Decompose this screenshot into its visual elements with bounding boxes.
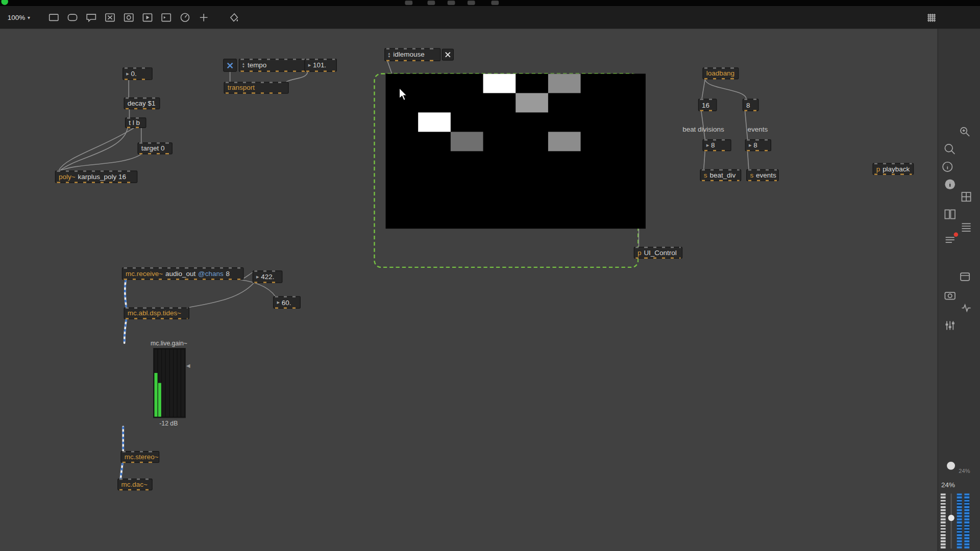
idlemouse-toggle[interactable] <box>442 49 454 61</box>
gain-title: mc.live.gain~ <box>151 340 187 346</box>
gain-meter-channel <box>166 349 169 416</box>
gain-meter-channel <box>158 349 161 416</box>
level-meter-bar <box>964 493 969 548</box>
menubar-icon <box>448 1 455 5</box>
object-box-loadbang[interactable]: loadbang <box>702 67 739 79</box>
matrix-cell <box>548 132 581 151</box>
gain-db-label: -12 dB <box>159 420 178 427</box>
transport-toggle[interactable] <box>223 59 237 72</box>
number-box-422[interactable]: ▸422. <box>253 270 283 283</box>
volume-slider-knob[interactable] <box>948 515 954 521</box>
message-box-16[interactable]: 16 <box>698 98 717 111</box>
console-error-badge <box>954 233 959 237</box>
jit-pwindow[interactable] <box>386 73 646 229</box>
traffic-light-green-icon <box>1 0 8 5</box>
matrix-cell <box>451 132 483 151</box>
number-box-events[interactable]: ▸8 <box>745 139 771 151</box>
number-box-beat-div[interactable]: ▸8 <box>702 139 731 151</box>
volume-slider[interactable] <box>948 493 954 548</box>
toggle-icon[interactable] <box>104 11 116 23</box>
gain-slider-handle-icon[interactable]: ◀ <box>186 363 190 368</box>
object-box-poly[interactable]: poly~karplus_poly 16 <box>55 170 138 183</box>
metro-icon[interactable] <box>179 11 191 23</box>
tempo-attrui[interactable]: ▴▾ tempo <box>239 59 308 72</box>
toggle-x-icon <box>445 51 451 58</box>
screen: 100% ▾ <box>0 0 980 551</box>
number-triangle-icon: ▸ <box>256 274 259 280</box>
snapshot-icon[interactable] <box>943 289 957 303</box>
matrix-cell <box>516 93 548 112</box>
idlemouse-menu[interactable]: ▴▾ idlemouse <box>384 48 440 61</box>
matrix-cell <box>483 73 516 93</box>
inspector-icon[interactable] <box>941 160 954 173</box>
umenu-arrows-icon: ▴▾ <box>388 52 390 58</box>
subpatcher-playback[interactable]: pplayback <box>872 163 914 175</box>
output-volume-dot-icon[interactable] <box>947 462 955 470</box>
gain-meter-channel <box>181 349 184 416</box>
gain-meter-channel <box>174 349 177 416</box>
volume-percent-small: 24% <box>959 468 970 474</box>
max-patcher-window: 100% ▾ <box>0 0 980 551</box>
message-box-target[interactable]: target 0 <box>137 142 173 154</box>
search-icon[interactable] <box>943 142 957 156</box>
playbar-icon[interactable] <box>141 11 154 23</box>
grid-toggle-icon[interactable] <box>925 11 937 23</box>
button-icon[interactable] <box>122 11 135 23</box>
add-object-icon[interactable] <box>198 11 210 23</box>
level-meter-bar <box>941 493 946 548</box>
message-box-decay[interactable]: decay $1 <box>124 97 160 109</box>
number-triangle-icon: ▸ <box>749 142 752 148</box>
number-box-tempo[interactable]: ▸101. <box>304 59 337 72</box>
comment-beat-divisions: beat divisions <box>682 126 724 133</box>
zoom-in-icon[interactable] <box>958 125 972 139</box>
object-box-transport[interactable]: transport <box>224 82 288 93</box>
send-beat-div[interactable]: sbeat_div <box>700 169 741 181</box>
object-box-tides[interactable]: mc.abl.dsp.tides~ <box>124 307 189 319</box>
subpatcher-ui-control[interactable]: pUI_Control <box>634 247 683 259</box>
number-triangle-icon: ▸ <box>308 62 311 68</box>
output-level-meters <box>941 493 977 548</box>
audio-status-icon[interactable] <box>960 301 973 315</box>
menubar-icon <box>491 1 499 5</box>
zoom-level-label: 100% <box>8 14 25 21</box>
list-view-icon[interactable] <box>960 220 973 234</box>
paint-bucket-icon[interactable] <box>228 11 240 23</box>
number-box-60[interactable]: ▸60. <box>273 296 301 308</box>
right-sidebar: 24% 24% <box>938 29 980 551</box>
level-meter-bar <box>957 493 962 548</box>
matrix-cell <box>548 73 581 93</box>
number-triangle-icon: ▸ <box>706 142 709 148</box>
comment-icon[interactable] <box>85 11 97 23</box>
split-view-icon[interactable] <box>943 208 957 221</box>
object-box-mc-stereo[interactable]: mc.stereo~ <box>120 451 159 463</box>
number-triangle-icon: ▸ <box>277 299 280 305</box>
console-icon[interactable] <box>943 234 957 247</box>
number-box-decay-time[interactable]: ▸0. <box>122 67 153 80</box>
toggle-x-icon <box>226 62 234 69</box>
menubar-strip <box>0 0 980 6</box>
volume-percent-large: 24% <box>941 481 955 489</box>
info-icon[interactable] <box>943 178 957 191</box>
gain-meter-channel <box>177 349 180 416</box>
mixer-icon[interactable] <box>943 318 957 332</box>
number-box-icon[interactable] <box>160 11 172 23</box>
object-box-mc-dac[interactable]: mc.dac~ <box>117 479 153 490</box>
message-box-8[interactable]: 8 <box>743 98 759 111</box>
gain-meter[interactable] <box>153 348 186 418</box>
comment-events: events <box>747 126 768 133</box>
umenu-arrows-icon: ▴▾ <box>242 62 244 68</box>
gain-meter-channel <box>154 349 157 416</box>
message-box-icon[interactable] <box>66 11 79 23</box>
zoom-dropdown[interactable]: 100% ▾ <box>5 11 33 24</box>
gain-meter-channel <box>169 349 173 416</box>
gain-meter-channel <box>162 349 165 416</box>
package-icon[interactable] <box>958 270 972 284</box>
send-events[interactable]: sevents <box>746 169 779 181</box>
mouse-cursor <box>399 87 409 101</box>
object-box-mc-receive[interactable]: mc.receive~ audio_out @chans 8 <box>122 267 244 280</box>
object-box-trigger[interactable]: t l b <box>125 117 146 128</box>
menubar-icon <box>405 1 412 5</box>
object-box-icon[interactable] <box>47 11 60 23</box>
caret-down-icon: ▾ <box>28 15 30 20</box>
panel-grid-icon[interactable] <box>960 190 973 204</box>
